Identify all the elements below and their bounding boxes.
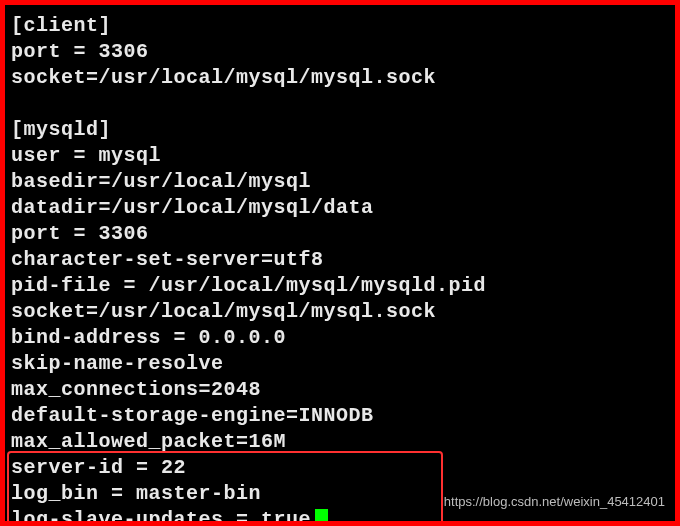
- cfg-mysqld-datadir: datadir=/usr/local/mysql/data: [11, 195, 675, 221]
- cfg-mysqld-skip: skip-name-resolve: [11, 351, 675, 377]
- cfg-mysqld-basedir: basedir=/usr/local/mysql: [11, 169, 675, 195]
- cfg-mysqld-user: user = mysql: [11, 143, 675, 169]
- cfg-mysqld-charset: character-set-server=utf8: [11, 247, 675, 273]
- screenshot-frame: [client] port = 3306 socket=/usr/local/m…: [0, 0, 680, 526]
- cfg-mysqld-maxpkt: max_allowed_packet=16M: [11, 429, 675, 455]
- cfg-mysqld-maxconn: max_connections=2048: [11, 377, 675, 403]
- cfg-mysqld-port: port = 3306: [11, 221, 675, 247]
- cfg-mysqld-pidfile: pid-file = /usr/local/mysql/mysqld.pid: [11, 273, 675, 299]
- cfg-mysqld-bind: bind-address = 0.0.0.0: [11, 325, 675, 351]
- cfg-mysqld-section: [mysqld]: [11, 117, 675, 143]
- terminal-cursor: [315, 509, 328, 526]
- terminal-content: [client] port = 3306 socket=/usr/local/m…: [5, 5, 675, 526]
- cfg-mysqld-logslave: log-slave-updates = true: [11, 508, 311, 526]
- cfg-client-section: [client]: [11, 13, 675, 39]
- blank-line: [11, 91, 675, 117]
- terminal-window: [client] port = 3306 socket=/usr/local/m…: [0, 0, 680, 526]
- cfg-mysqld-socket: socket=/usr/local/mysql/mysql.sock: [11, 299, 675, 325]
- cfg-mysqld-engine: default-storage-engine=INNODB: [11, 403, 675, 429]
- watermark-text: https://blog.csdn.net/weixin_45412401: [444, 489, 665, 515]
- cfg-client-port: port = 3306: [11, 39, 675, 65]
- cfg-client-socket: socket=/usr/local/mysql/mysql.sock: [11, 65, 675, 91]
- cfg-mysqld-serverid: server-id = 22: [11, 455, 675, 481]
